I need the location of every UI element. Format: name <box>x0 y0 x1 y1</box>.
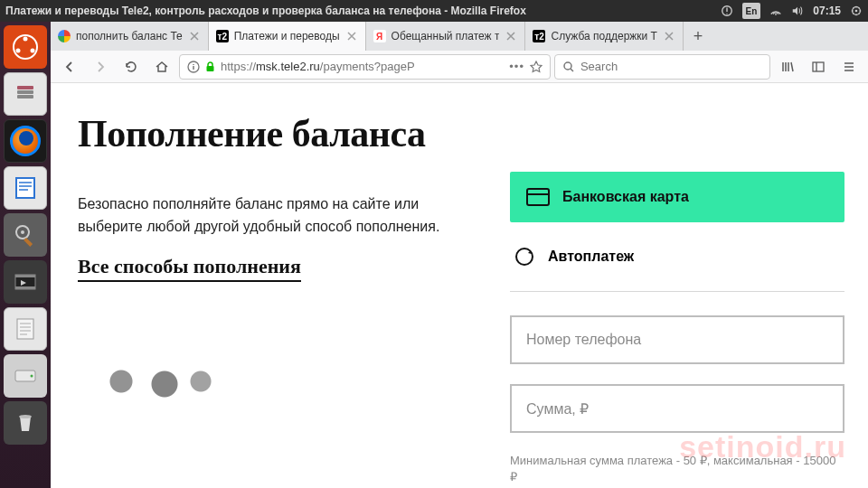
search-bar[interactable]: Search <box>554 54 770 80</box>
left-column: Пополнение баланса Безопасно пополняйте … <box>78 112 474 488</box>
favicon-t2: т2 <box>216 30 229 42</box>
tab-label: пополнить баланс Те <box>76 30 183 42</box>
svg-rect-16 <box>15 275 35 277</box>
launcher-settings[interactable] <box>4 213 47 257</box>
svg-rect-11 <box>16 178 34 198</box>
window-title: Платежи и переводы Tele2, контроль расхо… <box>5 5 721 17</box>
launcher-firefox[interactable] <box>4 119 47 163</box>
close-icon[interactable] <box>663 30 675 42</box>
search-placeholder: Search <box>580 60 618 73</box>
clock[interactable]: 07:15 <box>813 3 841 19</box>
autopay-icon <box>514 246 535 267</box>
svg-point-1 <box>775 14 777 15</box>
tab-1[interactable]: т2 Платежи и переводы <box>209 22 366 51</box>
page-content: Пополнение баланса Безопасно пополняйте … <box>51 83 868 488</box>
tab-label: Служба поддержки Т <box>551 30 656 42</box>
close-icon[interactable] <box>505 30 517 42</box>
tab-0[interactable]: пополнить баланс Те <box>51 22 209 51</box>
card-icon <box>526 188 550 206</box>
tab-label: Платежи и переводы <box>234 30 340 42</box>
page-actions-icon[interactable]: ••• <box>509 60 524 73</box>
url-bar[interactable]: https://msk.tele2.ru/payments?pageP ••• <box>179 54 551 80</box>
launcher-trash[interactable] <box>4 401 47 445</box>
close-icon[interactable] <box>188 30 201 42</box>
svg-point-13 <box>21 230 24 234</box>
ubuntu-launcher <box>0 22 51 488</box>
svg-point-7 <box>16 49 21 53</box>
reload-button[interactable] <box>118 54 145 80</box>
divider <box>510 291 844 292</box>
svg-point-21 <box>19 415 32 418</box>
close-icon[interactable] <box>345 30 358 42</box>
svg-rect-17 <box>15 286 35 289</box>
method-label: Автоплатеж <box>548 249 634 265</box>
favicon-google <box>58 30 71 42</box>
menu-button[interactable] <box>835 54 863 80</box>
browser-window: пополнить баланс Те т2 Платежи и перевод… <box>51 22 868 488</box>
tab-3[interactable]: т2 Служба поддержки Т <box>525 22 683 51</box>
back-button[interactable] <box>56 54 83 80</box>
svg-point-5 <box>24 37 28 42</box>
lead-text: Безопасно пополняйте баланс прямо на сай… <box>78 193 474 239</box>
bookmark-icon[interactable] <box>530 61 542 73</box>
amount-hint: Минимальная сумма платежа - 50 ₽, максим… <box>510 453 844 485</box>
search-icon <box>562 61 575 73</box>
network-icon[interactable] <box>769 3 782 19</box>
launcher-writer[interactable] <box>4 166 47 210</box>
library-button[interactable] <box>774 54 801 80</box>
dash-button[interactable] <box>4 25 47 69</box>
svg-rect-25 <box>813 62 824 71</box>
svg-point-20 <box>31 375 33 378</box>
svg-point-24 <box>564 62 571 70</box>
home-button[interactable] <box>148 54 175 80</box>
method-label: Банковская карта <box>562 189 689 205</box>
lang-indicator[interactable]: En <box>742 3 761 19</box>
volume-icon[interactable] <box>791 3 804 19</box>
svg-point-27 <box>516 249 533 265</box>
svg-rect-18 <box>17 319 33 339</box>
os-top-bar: Платежи и переводы Tele2, контроль расхо… <box>0 0 868 22</box>
url-text: https://msk.tele2.ru/payments?pageP <box>221 60 504 73</box>
info-icon[interactable] <box>187 61 200 73</box>
power-icon[interactable] <box>850 3 863 19</box>
svg-rect-9 <box>17 90 33 94</box>
favicon-yandex: Я <box>373 30 386 42</box>
decor-image <box>78 354 474 408</box>
svg-rect-14 <box>24 238 33 247</box>
tab-2[interactable]: Я Обещанный платеж т <box>366 22 526 51</box>
all-methods-link[interactable]: Все способы пополнения <box>78 255 301 282</box>
svg-rect-10 <box>17 95 33 99</box>
updates-icon[interactable] <box>721 3 733 19</box>
page-title: Пополнение баланса <box>78 112 474 155</box>
system-tray: En 07:15 <box>721 3 863 19</box>
method-card[interactable]: Банковская карта <box>510 172 844 222</box>
svg-rect-23 <box>207 66 214 71</box>
new-tab-button[interactable]: + <box>684 22 712 51</box>
svg-rect-26 <box>527 189 549 205</box>
svg-point-6 <box>31 49 35 53</box>
tab-strip: пополнить баланс Те т2 Платежи и перевод… <box>51 22 868 51</box>
right-column: Банковская карта Автоплатеж Номер телефо… <box>510 112 844 488</box>
launcher-video[interactable] <box>4 260 47 304</box>
forward-button[interactable] <box>87 54 114 80</box>
launcher-notes[interactable] <box>4 307 47 351</box>
tab-label: Обещанный платеж т <box>392 30 500 42</box>
phone-placeholder: Номер телефона <box>526 332 641 348</box>
launcher-disk[interactable] <box>4 354 47 398</box>
phone-field[interactable]: Номер телефона <box>510 315 844 364</box>
method-autopay[interactable]: Автоплатеж <box>510 237 844 277</box>
svg-rect-8 <box>17 86 33 89</box>
sum-placeholder: Сумма, ₽ <box>526 400 589 418</box>
sum-field[interactable]: Сумма, ₽ <box>510 384 844 433</box>
sidebar-button[interactable] <box>805 54 832 80</box>
browser-toolbar: https://msk.tele2.ru/payments?pageP ••• … <box>51 51 868 83</box>
launcher-files[interactable] <box>4 72 47 116</box>
svg-point-3 <box>855 10 858 13</box>
lock-icon <box>205 61 215 72</box>
favicon-t2: т2 <box>533 30 545 42</box>
